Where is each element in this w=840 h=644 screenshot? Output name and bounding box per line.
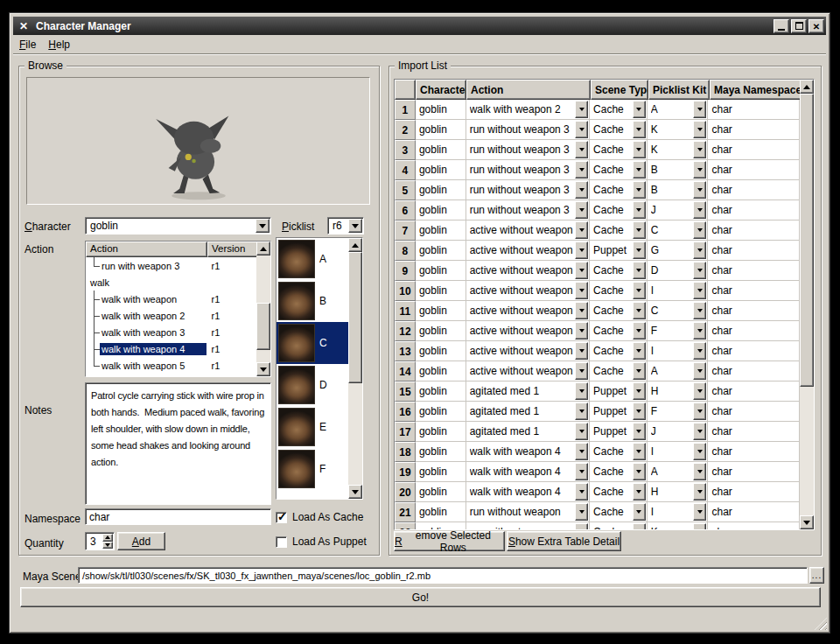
dropdown-button[interactable] <box>633 362 646 380</box>
cell-scene-type[interactable]: Cache <box>590 522 648 529</box>
close-button[interactable] <box>808 19 824 33</box>
cell-picklist-kit[interactable]: K <box>648 120 709 140</box>
row-number-header[interactable]: 21 <box>395 502 416 522</box>
dropdown-button[interactable] <box>633 382 646 400</box>
row-number-header[interactable]: 18 <box>395 442 416 462</box>
cell-scene-type[interactable]: Cache <box>590 220 648 241</box>
dropdown-button[interactable] <box>575 322 588 340</box>
picklist-kit-item[interactable]: C <box>276 322 348 364</box>
scroll-up-button[interactable] <box>256 242 270 256</box>
picklist-kit-item[interactable]: F <box>276 448 348 490</box>
cell-scene-type[interactable]: Cache <box>590 160 648 180</box>
titlebar[interactable]: Character Manager <box>13 17 826 35</box>
cell-picklist-kit[interactable]: K <box>648 140 709 160</box>
go-button[interactable]: Go! <box>20 587 821 607</box>
import-table-row[interactable]: 7 goblin active without weapon 1 Cache C… <box>395 220 800 241</box>
row-number-header[interactable]: 12 <box>395 321 416 341</box>
action-name-cell[interactable]: walk <box>86 274 206 290</box>
cell-scene-type[interactable]: Cache <box>590 482 648 502</box>
cell-scene-type[interactable]: Cache <box>590 261 648 281</box>
dropdown-button[interactable] <box>693 181 706 199</box>
dropdown-button[interactable] <box>633 523 646 529</box>
cell-picklist-kit[interactable]: D <box>648 261 709 281</box>
cell-scene-type[interactable]: Cache <box>590 361 648 382</box>
dropdown-button[interactable] <box>633 282 646 299</box>
character-combobox[interactable]: goblin <box>85 217 271 234</box>
cell-picklist-kit[interactable]: I <box>648 281 709 301</box>
dropdown-button[interactable] <box>693 101 706 118</box>
maximize-button[interactable] <box>791 19 807 33</box>
dropdown-button[interactable] <box>633 302 646 319</box>
menu-help[interactable]: Help <box>42 36 76 53</box>
import-table-row[interactable]: 18 goblin walk with weapon 4 Cache I cha… <box>395 442 800 462</box>
menu-file[interactable]: File <box>13 36 42 53</box>
scroll-thumb[interactable] <box>256 303 270 350</box>
maya-scene-field[interactable]: /show/sk/tl/tl030/scenes/fx/SK_tl030_fx_… <box>78 567 808 584</box>
dropdown-button[interactable] <box>633 242 646 259</box>
dropdown-button[interactable] <box>693 402 706 420</box>
dropdown-button[interactable] <box>633 181 646 199</box>
dropdown-button[interactable] <box>633 463 646 480</box>
dropdown-button[interactable] <box>633 141 646 158</box>
dropdown-button[interactable] <box>693 262 706 279</box>
import-table-row[interactable]: 9 goblin active without weapon 1 Cache D… <box>395 261 800 281</box>
scroll-down-button[interactable] <box>800 515 814 529</box>
notes-textarea[interactable]: Patrol cycle carrying stick with wire pr… <box>85 382 271 505</box>
row-number-header[interactable]: 1 <box>395 100 416 120</box>
import-table-row[interactable]: 4 goblin run without weapon 3 Cache B ch… <box>395 160 800 180</box>
cell-scene-type[interactable]: Cache <box>590 140 648 160</box>
import-table-row[interactable]: 11 goblin active without weapon 1 Cache … <box>395 301 800 321</box>
dropdown-button[interactable] <box>575 121 588 138</box>
dropdown-button[interactable] <box>575 282 588 299</box>
resize-grip-icon[interactable] <box>815 618 827 630</box>
cell-scene-type[interactable]: Puppet <box>590 241 648 261</box>
minimize-button[interactable] <box>774 19 789 33</box>
cell-scene-type[interactable]: Cache <box>590 200 648 220</box>
cell-action[interactable]: agitated med 1 <box>466 422 590 442</box>
row-number-header[interactable]: 5 <box>395 180 416 200</box>
cell-picklist-kit[interactable]: C <box>648 220 709 241</box>
row-number-header[interactable]: 19 <box>395 462 416 482</box>
dropdown-button[interactable] <box>575 242 588 259</box>
cell-scene-type[interactable]: Puppet <box>590 402 648 422</box>
cell-action[interactable]: walk with weapon 4 <box>466 442 590 462</box>
scroll-down-button[interactable] <box>256 362 270 376</box>
action-name-cell[interactable]: run with weapon 3 <box>86 257 206 274</box>
row-number-header[interactable]: 4 <box>395 160 416 180</box>
action-column-header[interactable]: Action <box>86 242 207 257</box>
cell-picklist-kit[interactable]: A <box>648 462 709 482</box>
cell-action[interactable]: active without weapon 1 <box>466 341 590 361</box>
cell-action[interactable]: active without weapon 1 <box>466 281 590 301</box>
scroll-up-button[interactable] <box>348 238 362 252</box>
cell-action[interactable]: run without weapon 3 <box>466 140 590 160</box>
action-tree-scrollbar[interactable] <box>256 242 270 376</box>
cell-scene-type[interactable]: Puppet <box>590 422 648 442</box>
dropdown-button[interactable] <box>633 262 646 279</box>
dropdown-button[interactable] <box>575 402 588 420</box>
cell-picklist-kit[interactable]: I <box>648 442 709 462</box>
dropdown-button[interactable] <box>575 503 588 521</box>
action-tree-row[interactable]: walk with weapon r1 <box>86 290 256 307</box>
row-number-header[interactable]: 8 <box>395 241 416 261</box>
cell-picklist-kit[interactable]: G <box>648 241 709 261</box>
cell-action[interactable]: run without weapon 3 <box>466 200 590 220</box>
cell-scene-type[interactable]: Cache <box>590 180 648 200</box>
dropdown-button[interactable] <box>693 221 706 239</box>
cell-picklist-kit[interactable]: F <box>648 402 709 422</box>
row-number-header[interactable]: 3 <box>395 140 416 160</box>
cell-picklist-kit[interactable]: J <box>648 422 709 442</box>
namespace-input[interactable]: char <box>85 508 271 525</box>
cell-scene-type[interactable]: Cache <box>590 281 648 301</box>
dropdown-button[interactable] <box>633 483 646 500</box>
dropdown-button[interactable] <box>575 362 588 380</box>
dropdown-button[interactable] <box>575 181 588 199</box>
dropdown-button[interactable] <box>693 161 706 178</box>
cell-picklist-kit[interactable]: J <box>648 200 709 220</box>
row-number-header[interactable]: 14 <box>395 361 416 382</box>
cell-scene-type[interactable]: Cache <box>590 341 648 361</box>
dropdown-button[interactable] <box>633 221 646 239</box>
dropdown-button[interactable] <box>575 463 588 480</box>
row-number-header[interactable]: 13 <box>395 341 416 361</box>
dropdown-button[interactable] <box>693 523 706 529</box>
kit-list-scrollbar[interactable] <box>348 238 362 499</box>
